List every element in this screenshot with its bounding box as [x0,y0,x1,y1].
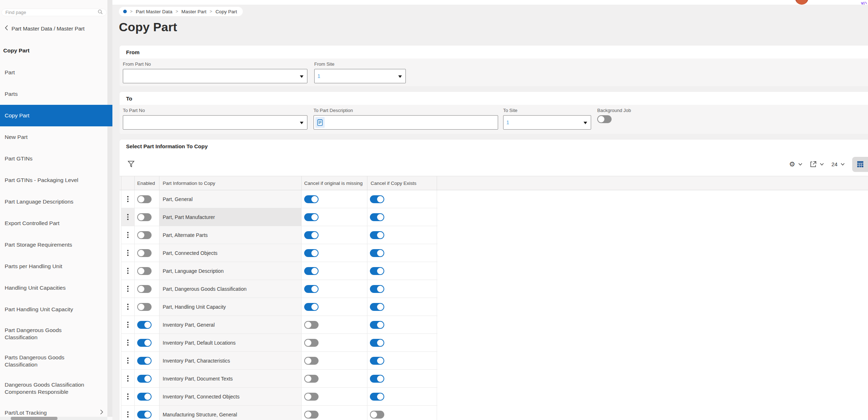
sidebar-item[interactable]: Export Controlled Part [0,213,112,234]
enabled-toggle[interactable] [137,321,152,329]
background-job-toggle[interactable] [597,115,612,123]
enabled-toggle[interactable] [137,285,152,293]
enabled-toggle[interactable] [137,267,152,275]
sidebar-item[interactable]: Handling Unit Capacities [0,277,112,299]
sidebar-item[interactable]: New Part [0,126,112,148]
cancel-missing-toggle[interactable] [304,213,319,221]
scrollbar-thumb[interactable] [11,417,57,420]
cancel-exists-toggle[interactable] [370,231,384,239]
cancel-exists-toggle[interactable] [370,285,384,293]
search-input[interactable] [5,10,92,15]
row-menu-button[interactable] [121,352,135,369]
page-size-selector[interactable]: 24 [831,161,845,167]
enabled-toggle[interactable] [137,231,152,239]
avatar[interactable] [795,0,808,5]
cancel-exists-toggle[interactable] [370,375,384,383]
row-label-cell[interactable]: Manufacturing Structure, General [159,406,302,420]
row-label-cell[interactable]: Part, Connected Objects [159,244,302,262]
cancel-exists-toggle[interactable] [370,303,384,311]
enabled-toggle[interactable] [137,411,152,419]
row-label-cell[interactable]: Part, Handling Unit Capacity [159,298,302,316]
find-page-search[interactable] [1,9,107,16]
cancel-missing-toggle[interactable] [304,249,319,257]
sidebar-item[interactable]: Part [0,62,112,83]
note-icon[interactable] [315,117,325,128]
row-menu-button[interactable] [121,226,135,244]
cancel-missing-toggle[interactable] [304,285,319,293]
cancel-missing-toggle[interactable] [304,393,319,401]
row-menu-button[interactable] [121,244,135,262]
row-label-cell[interactable]: Inventory Part, Document Texts [159,370,302,387]
breadcrumb-item[interactable]: Copy Part [215,9,237,14]
from-part-no-select[interactable] [123,69,307,83]
cancel-missing-toggle[interactable] [304,357,319,365]
cancel-exists-toggle[interactable] [370,393,384,401]
to-part-description-input[interactable] [314,115,498,130]
sidebar-item[interactable]: Part Dangerous Goods Classification [0,320,112,347]
row-menu-button[interactable] [121,208,135,226]
cancel-exists-toggle[interactable] [370,357,384,365]
enabled-toggle[interactable] [137,195,152,203]
sidebar-item[interactable]: Parts [0,83,112,105]
sidebar-item[interactable]: Dangerous Goods Classification Component… [0,375,112,402]
row-menu-button[interactable] [121,280,135,298]
enabled-toggle[interactable] [137,303,152,311]
cancel-exists-toggle[interactable] [370,339,384,347]
sidebar-item[interactable]: Part Handling Unit Capacity [0,299,112,320]
column-header-enabled[interactable]: Enabled [135,176,159,190]
breadcrumb-item[interactable]: Master Part [181,9,206,14]
row-menu-button[interactable] [121,406,135,420]
cancel-exists-toggle[interactable] [370,213,384,221]
row-label-cell[interactable]: Part, Dangerous Goods Classification [159,280,302,298]
cancel-missing-toggle[interactable] [304,375,319,383]
from-site-select[interactable]: 1 [314,69,406,83]
sidebar-item[interactable]: Part Language Descriptions [0,191,112,213]
row-label-cell[interactable]: Part, Part Manufacturer [159,208,302,226]
cancel-exists-toggle[interactable] [370,321,384,329]
sidebar-item[interactable]: Part GTINs [0,148,112,169]
cancel-missing-toggle[interactable] [304,339,319,347]
row-menu-button[interactable] [121,316,135,333]
sidebar-item[interactable]: Part GTINs - Packaging Level [0,169,112,191]
row-label-cell[interactable]: Inventory Part, Characteristics [159,352,302,369]
grid-view-button[interactable] [852,157,868,172]
cancel-exists-toggle[interactable] [370,411,384,419]
cancel-missing-toggle[interactable] [304,231,319,239]
to-site-select[interactable]: 1 [503,115,591,130]
row-menu-button[interactable] [121,298,135,316]
row-label-cell[interactable]: Inventory Part, Connected Objects [159,388,302,405]
export-button[interactable] [810,161,824,168]
row-label-cell[interactable]: Part, Language Description [159,262,302,280]
column-header-cancel-missing[interactable]: Cancel if original is missing [302,176,367,190]
column-header-part-information[interactable]: Part Information to Copy [159,176,302,190]
row-menu-button[interactable] [121,388,135,405]
table-settings-button[interactable]: ⚙ [789,161,802,168]
cancel-exists-toggle[interactable] [370,195,384,203]
cancel-missing-toggle[interactable] [304,321,319,329]
sidebar-item[interactable]: Parts Dangerous Goods Classification [0,347,112,375]
row-label-cell[interactable]: Part, Alternate Parts [159,226,302,244]
row-label-cell[interactable]: Part, General [159,190,302,208]
enabled-toggle[interactable] [137,357,152,365]
row-menu-button[interactable] [121,334,135,351]
to-part-no-select[interactable] [123,115,307,130]
sidebar-item[interactable]: Copy Part [0,105,112,126]
column-header-cancel-exists[interactable]: Cancel if Copy Exists [367,176,437,190]
sidebar-back[interactable]: Part Master Data / Master Part [5,25,107,32]
enabled-toggle[interactable] [137,339,152,347]
breadcrumb-item[interactable]: Part Master Data [136,9,172,14]
row-label-cell[interactable]: Inventory Part, Default Locations [159,334,302,351]
enabled-toggle[interactable] [137,375,152,383]
row-label-cell[interactable]: Inventory Part, General [159,316,302,333]
sidebar-item[interactable]: Parts per Handling Unit [0,256,112,277]
sidebar-horizontal-scrollbar[interactable] [0,417,107,420]
row-menu-button[interactable] [121,262,135,280]
breadcrumb-home-dot[interactable] [123,10,127,13]
cancel-missing-toggle[interactable] [304,195,319,203]
cancel-exists-toggle[interactable] [370,249,384,257]
filter-icon[interactable] [127,160,135,169]
cancel-missing-toggle[interactable] [304,267,319,275]
cancel-exists-toggle[interactable] [370,267,384,275]
row-menu-button[interactable] [121,190,135,208]
cancel-missing-toggle[interactable] [304,411,319,419]
